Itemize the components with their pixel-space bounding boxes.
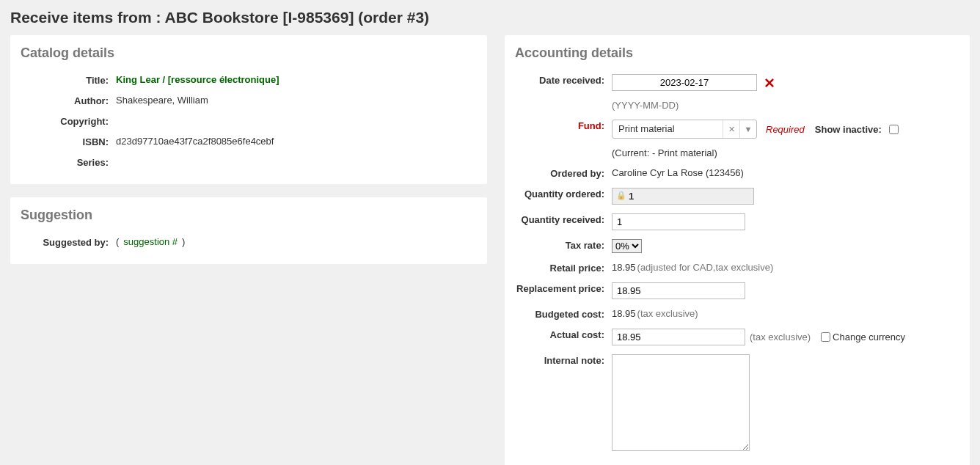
catalog-author-value: Shakespeare, William <box>116 95 477 106</box>
clear-date-icon[interactable] <box>764 78 775 88</box>
show-inactive-label: Show inactive: <box>815 124 882 135</box>
quantity-ordered-input <box>612 188 754 205</box>
catalog-title-link[interactable]: King Lear / [ressource électronique] <box>116 74 279 85</box>
fund-label: Fund: <box>515 120 612 131</box>
replacement-price-label: Replacement price: <box>515 282 612 294</box>
suggestion-suffix: ) <box>182 236 185 247</box>
fund-select[interactable]: Print material ✕ ▼ <box>612 120 757 139</box>
ordered-by-value: Caroline Cyr La Rose (123456) <box>612 167 959 178</box>
catalog-isbn-value: d23d97710ae43f7ca2f8085e6fe4cebf <box>116 136 477 147</box>
tax-rate-label: Tax rate: <box>515 239 612 251</box>
catalog-heading: Catalog details <box>21 45 477 61</box>
retail-price-label: Retail price: <box>515 262 612 274</box>
suggestion-panel: Suggestion Suggested by: ( suggestion # … <box>10 197 487 264</box>
date-received-label: Date received: <box>515 74 612 86</box>
actual-cost-input[interactable] <box>612 329 745 345</box>
change-currency-checkbox[interactable] <box>821 332 830 342</box>
lock-icon: 🔒 <box>616 191 626 200</box>
quantity-received-label: Quantity received: <box>515 213 612 225</box>
accounting-heading: Accounting details <box>515 45 959 61</box>
catalog-title-label: Title: <box>21 74 116 86</box>
suggested-by-label: Suggested by: <box>21 236 116 248</box>
catalog-copyright-label: Copyright: <box>21 115 116 127</box>
ordered-by-label: Ordered by: <box>515 167 612 179</box>
tax-rate-select[interactable]: 0% <box>612 239 642 253</box>
quantity-ordered-label: Quantity ordered: <box>515 188 612 199</box>
budgeted-cost-value: 18.95 <box>612 308 636 319</box>
internal-note-label: Internal note: <box>515 354 612 366</box>
change-currency-label: Change currency <box>833 332 905 343</box>
catalog-series-label: Series: <box>21 156 116 168</box>
suggestion-heading: Suggestion <box>21 208 477 223</box>
suggestion-prefix: ( <box>116 236 119 247</box>
internal-note-input[interactable] <box>612 354 750 451</box>
retail-price-value: 18.95 <box>612 262 636 273</box>
catalog-panel: Catalog details Title: King Lear / [ress… <box>10 35 487 184</box>
replacement-price-input[interactable] <box>612 282 745 299</box>
quantity-received-input[interactable] <box>612 213 745 230</box>
fund-clear-icon[interactable]: ✕ <box>723 120 739 138</box>
accounting-panel: Accounting details Date received: (YYYY-… <box>505 35 970 465</box>
date-hint: (YYYY-MM-DD) <box>612 100 959 111</box>
retail-price-note: (adjusted for CAD,tax exclusive) <box>637 262 774 273</box>
budgeted-cost-note: (tax exclusive) <box>637 308 698 319</box>
fund-selected-text: Print material <box>612 120 723 138</box>
actual-cost-note: (tax exclusive) <box>750 332 811 343</box>
catalog-isbn-label: ISBN: <box>21 136 116 147</box>
show-inactive-checkbox[interactable] <box>889 125 899 134</box>
fund-required-text: Required <box>766 124 805 135</box>
actual-cost-label: Actual cost: <box>515 329 612 340</box>
catalog-author-label: Author: <box>21 95 116 106</box>
suggestion-link[interactable]: suggestion # <box>123 236 178 247</box>
fund-current-text: (Current: - Print material) <box>612 147 959 158</box>
page-title: Receive items from : ABC Bookstore [I-98… <box>10 9 970 26</box>
date-received-input[interactable] <box>612 74 757 91</box>
budgeted-cost-label: Budgeted cost: <box>515 308 612 320</box>
chevron-down-icon[interactable]: ▼ <box>739 120 756 138</box>
